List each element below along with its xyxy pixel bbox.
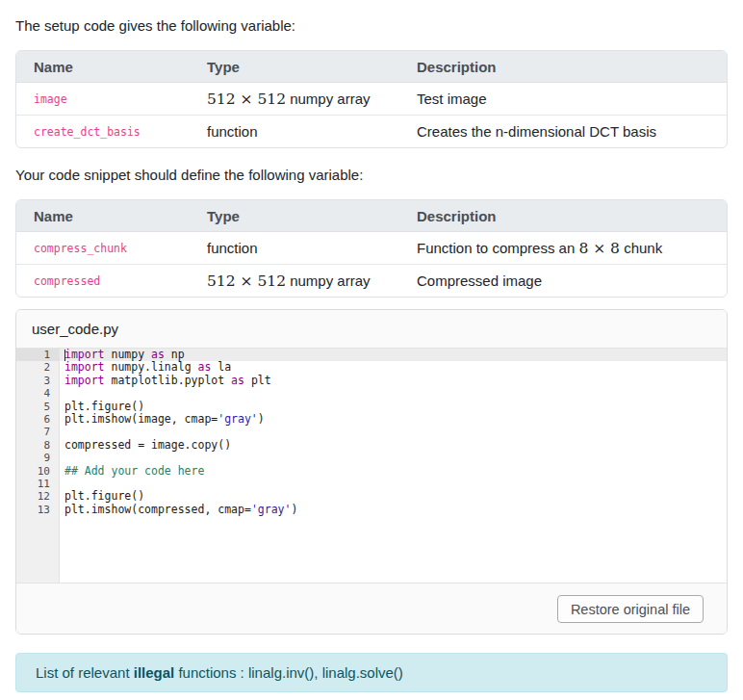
- restore-original-file-button[interactable]: Restore original file: [557, 595, 704, 623]
- code-text-area[interactable]: import numpy as npimport numpy.linalg as…: [60, 349, 727, 583]
- line-number: 9: [16, 452, 59, 464]
- table-row: image512 × 512 numpy arrayTest image: [16, 83, 727, 115]
- cell-text: 512 × 512: [207, 272, 286, 290]
- code-token: plt.figure(): [64, 400, 144, 413]
- line-number: 5: [16, 401, 59, 413]
- line-number: 11: [16, 478, 59, 490]
- table-row: create_dct_basisfunctionCreates the n-di…: [16, 115, 727, 147]
- variable-name: compressed: [34, 274, 100, 288]
- code-token: numpy: [105, 348, 151, 361]
- line-number: 4: [16, 387, 59, 400]
- variable-type: function: [190, 115, 399, 147]
- code-line[interactable]: plt.figure(): [64, 401, 727, 413]
- snippet-intro-text: Your code snippet should define the foll…: [15, 167, 728, 183]
- code-line[interactable]: ## Add your code here: [64, 465, 727, 478]
- code-token: import: [64, 360, 105, 374]
- code-line[interactable]: import matplotlib.pyplot as plt: [64, 375, 727, 387]
- table-row: compress_chunkfunctionFunction to compre…: [16, 232, 727, 264]
- cell-text: Test image: [417, 91, 487, 107]
- code-token: as: [197, 360, 211, 374]
- line-number: 2: [16, 361, 59, 374]
- code-editor[interactable]: 12345678910111213 import numpy as npimpo…: [16, 349, 727, 583]
- line-number: 3: [16, 375, 59, 387]
- line-number: 10: [16, 465, 59, 478]
- code-line[interactable]: [64, 387, 727, 400]
- code-line[interactable]: plt.figure(): [64, 490, 727, 503]
- column-header-type: Type: [190, 51, 399, 83]
- code-token: np: [165, 348, 185, 361]
- cell-text: numpy array: [286, 272, 371, 289]
- alert-bold-illegal: illegal: [134, 664, 175, 681]
- line-number-gutter: 12345678910111213: [16, 349, 60, 583]
- code-token: ): [291, 503, 297, 516]
- code-token: ## Add your code here: [64, 464, 204, 478]
- cell-text: Creates the n-dimensional DCT basis: [417, 123, 656, 140]
- column-header-name: Name: [16, 51, 190, 83]
- code-token: 'gray': [218, 412, 258, 426]
- editor-footer: Restore original file: [16, 583, 727, 634]
- code-line[interactable]: import numpy as np: [60, 349, 727, 361]
- code-editor-card: user_code.py 12345678910111213 import nu…: [15, 309, 728, 635]
- code-token: compressed = image.copy(): [64, 438, 231, 452]
- alert-text-prefix: List of relevant: [36, 664, 134, 681]
- cell-text: 8 × 8: [578, 240, 620, 257]
- cell-text: function: [207, 123, 258, 140]
- code-line[interactable]: plt.imshow(image, cmap='gray'): [64, 413, 727, 426]
- line-number: 8: [16, 439, 59, 452]
- variable-description: Compressed image: [399, 264, 727, 297]
- alert-text-suffix: functions : linalg.inv(), linalg.solve(): [174, 664, 403, 681]
- code-token: plt.imshow(image, cmap=: [64, 412, 218, 426]
- code-token: as: [231, 374, 244, 387]
- code-token: import: [64, 348, 105, 361]
- variable-description: Test image: [399, 83, 727, 115]
- required-variables-table: Name Type Description compress_chunkfunc…: [15, 199, 728, 298]
- variable-type: 512 × 512 numpy array: [190, 264, 399, 297]
- code-token: as: [151, 348, 165, 361]
- page-root: The setup code gives the following varia…: [0, 0, 743, 700]
- code-token: 'gray': [251, 503, 292, 516]
- code-line[interactable]: [64, 452, 727, 464]
- editor-filename: user_code.py: [16, 310, 727, 349]
- cell-text: numpy array: [286, 91, 371, 107]
- cell-text: 512 × 512: [207, 91, 286, 108]
- line-number: 7: [16, 426, 59, 438]
- code-line[interactable]: plt.imshow(compressed, cmap='gray'): [64, 504, 727, 516]
- variable-name: image: [34, 92, 67, 106]
- column-header-description: Description: [399, 51, 727, 83]
- table-row: compressed512 × 512 numpy arrayCompresse…: [16, 264, 727, 297]
- setup-intro-text: The setup code gives the following varia…: [15, 17, 728, 34]
- code-token: matplotlib.pyplot: [105, 374, 232, 387]
- code-token: ): [258, 412, 265, 426]
- code-token: plt.imshow(compressed, cmap=: [64, 503, 251, 516]
- code-token: plt: [244, 374, 271, 387]
- table-header-row: Name Type Description: [16, 51, 727, 83]
- column-header-type: Type: [190, 200, 399, 232]
- column-header-name: Name: [16, 200, 190, 232]
- line-number: 12: [16, 490, 59, 503]
- code-line[interactable]: [64, 426, 727, 438]
- cell-text: function: [207, 240, 258, 256]
- setup-variables-table: Name Type Description image512 × 512 num…: [15, 50, 728, 148]
- code-line[interactable]: [64, 478, 727, 490]
- code-line[interactable]: import numpy.linalg as la: [64, 361, 727, 374]
- illegal-functions-alert: List of relevant illegal functions : lin…: [15, 653, 728, 692]
- variable-type: 512 × 512 numpy array: [190, 83, 399, 115]
- variable-description: Function to compress an 8 × 8 chunk: [399, 232, 727, 264]
- code-token: numpy.linalg: [105, 360, 198, 374]
- code-token: import: [64, 374, 105, 387]
- table-header-row: Name Type Description: [16, 200, 727, 232]
- code-token: plt.figure(): [64, 489, 144, 503]
- code-line[interactable]: compressed = image.copy(): [64, 439, 727, 452]
- cell-text: Compressed image: [417, 272, 542, 289]
- cell-text: Function to compress an: [417, 240, 578, 256]
- line-number: 13: [16, 504, 59, 516]
- cell-text: chunk: [620, 240, 662, 256]
- code-token: la: [211, 360, 231, 374]
- variable-name: compress_chunk: [34, 242, 127, 255]
- line-number: 6: [16, 413, 59, 426]
- variable-type: function: [190, 232, 399, 264]
- line-number: 1: [16, 349, 59, 361]
- variable-description: Creates the n-dimensional DCT basis: [399, 115, 727, 147]
- column-header-description: Description: [399, 200, 727, 232]
- variable-name: create_dct_basis: [34, 125, 141, 139]
